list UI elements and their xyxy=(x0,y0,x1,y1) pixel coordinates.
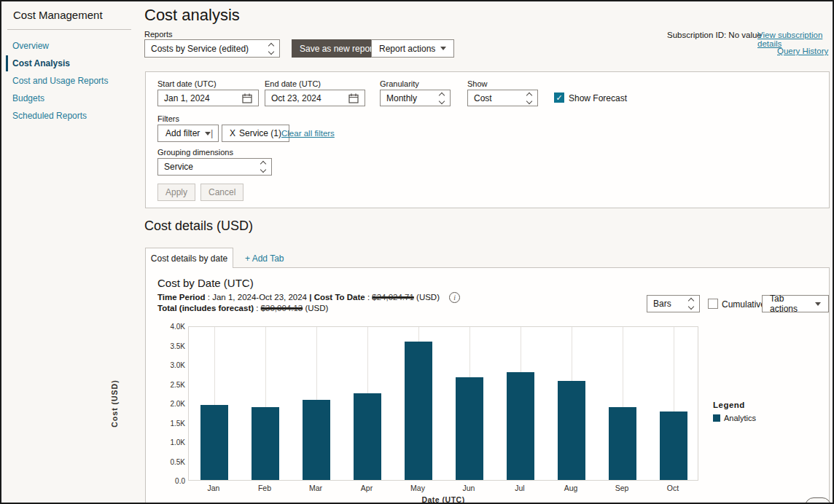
calendar-icon[interactable] xyxy=(348,93,359,103)
filters-panel: Start date (UTC) Jan 1, 2024 End date (U… xyxy=(145,71,830,208)
legend-title: Legend xyxy=(713,401,745,409)
time-period-label: Time Period xyxy=(157,293,206,302)
service-filter-chip[interactable]: X Service (1) xyxy=(222,125,289,142)
scroll-button[interactable] xyxy=(805,497,831,504)
y-tick-label: 2.0K xyxy=(170,400,185,408)
show-select[interactable]: Cost xyxy=(467,90,538,106)
x-tick-label: Aug xyxy=(545,484,596,492)
select-stepper-icon xyxy=(269,42,273,55)
sidebar-title: Cost Management xyxy=(13,9,103,21)
x-tick-label: Feb xyxy=(239,484,290,492)
check-icon: ✓ xyxy=(556,94,562,102)
chart-title: Cost by Date (UTC) xyxy=(157,277,254,289)
select-stepper-icon xyxy=(527,92,531,105)
end-date-input[interactable]: Oct 23, 2024 xyxy=(265,90,365,106)
y-axis-ticks: 4.0K3.5K3.0K2.5K2.0K1.5K1.0K0.5K0.0 xyxy=(160,326,185,481)
bar-mar[interactable] xyxy=(303,400,330,480)
apply-button[interactable]: Apply xyxy=(157,184,195,201)
total-forecast-label: Total (includes forecast) xyxy=(157,304,254,312)
y-tick-label: 1.0K xyxy=(170,438,185,446)
sidebar-divider xyxy=(7,29,131,30)
chart-meta-line1: Time Period : Jan 1, 2024-Oct 23, 2024 |… xyxy=(157,292,460,303)
y-tick-label: 0.5K xyxy=(170,458,185,466)
select-stepper-icon xyxy=(440,92,444,105)
cancel-button[interactable]: Cancel xyxy=(200,184,243,201)
filter-divider: | xyxy=(211,127,213,138)
start-date-label: Start date (UTC) xyxy=(157,79,217,88)
cumulative-checkbox[interactable] xyxy=(708,299,718,309)
y-tick-label: 1.5K xyxy=(170,420,185,428)
y-tick-label: 3.5K xyxy=(170,342,185,350)
sidebar-item-cost-analysis[interactable]: Cost Analysis xyxy=(6,55,70,71)
granularity-select[interactable]: Monthly xyxy=(380,90,451,106)
bar-jan[interactable] xyxy=(200,405,228,480)
y-tick-label: 4.0K xyxy=(170,323,185,331)
x-tick-label: Jan xyxy=(188,484,239,492)
select-stepper-icon xyxy=(261,160,265,173)
y-tick-label: 0.0 xyxy=(175,477,185,485)
select-stepper-icon xyxy=(689,297,693,310)
query-history-link[interactable]: Query History xyxy=(777,47,828,55)
cost-details-heading: Cost details (USD) xyxy=(144,218,253,234)
save-as-new-report-button[interactable]: Save as new report xyxy=(292,39,383,58)
chart-card: Cost by Date (UTC) Time Period : Jan 1, … xyxy=(145,268,830,504)
filters-label: Filters xyxy=(157,114,179,123)
x-tick-label: Mar xyxy=(290,484,341,492)
tab-cost-details-by-date[interactable]: Cost details by date xyxy=(145,248,233,268)
add-tab-link[interactable]: + Add Tab xyxy=(245,253,284,264)
show-label: Show xyxy=(467,79,488,88)
start-date-input[interactable]: Jan 1, 2024 xyxy=(157,90,259,106)
show-forecast-checkbox[interactable]: ✓ xyxy=(554,92,564,103)
x-tick-label: May xyxy=(392,484,443,492)
sidebar-item-budgets[interactable]: Budgets xyxy=(6,90,44,106)
grouping-dimensions-select[interactable]: Service xyxy=(157,158,272,176)
clear-all-filters-link[interactable]: Clear all filters xyxy=(281,129,335,138)
reports-label: Reports xyxy=(144,30,173,39)
bar-apr[interactable] xyxy=(354,393,381,480)
chevron-down-icon xyxy=(815,302,821,306)
cost-to-date-value: $24,024.71 xyxy=(372,293,414,302)
chart-meta-line2: Total (includes forecast) : $30,004.13 (… xyxy=(157,304,328,312)
add-filter-button[interactable]: Add filter xyxy=(157,125,219,142)
sidebar-item-overview[interactable]: Overview xyxy=(6,38,49,54)
report-actions-button[interactable]: Report actions xyxy=(371,39,454,58)
bar-may[interactable] xyxy=(405,342,432,480)
show-forecast-label: Show Forecast xyxy=(569,93,627,103)
chevron-down-icon xyxy=(440,47,446,50)
sidebar-item-scheduled-reports[interactable]: Scheduled Reports xyxy=(6,108,87,124)
x-axis-labels: JanFebMarAprMayJunJulAugSepOct xyxy=(188,484,698,494)
bar-oct[interactable] xyxy=(660,412,687,480)
chart-type-select[interactable]: Bars xyxy=(647,295,700,312)
grouping-dimensions-label: Grouping dimensions xyxy=(157,148,233,157)
total-forecast-value: $30,004.13 xyxy=(261,304,303,312)
reports-select-value: Costs by Service (edited) xyxy=(151,44,249,54)
bar-feb[interactable] xyxy=(252,407,279,480)
calendar-icon[interactable] xyxy=(242,93,252,103)
tab-actions-button[interactable]: Tab actions xyxy=(762,295,829,312)
reports-select[interactable]: Costs by Service (edited) xyxy=(144,39,280,58)
bar-aug[interactable] xyxy=(558,381,585,480)
page-title: Cost analysis xyxy=(144,6,240,25)
x-tick-label: Oct xyxy=(647,484,698,492)
sidebar-item-cost-usage-reports[interactable]: Cost and Usage Reports xyxy=(6,73,108,89)
legend-item-label: Analytics xyxy=(724,414,756,422)
y-tick-label: 3.0K xyxy=(170,361,185,369)
bar-jun[interactable] xyxy=(456,377,483,480)
cost-to-date-label: Cost To Date xyxy=(314,293,365,302)
x-tick-label: Sep xyxy=(596,484,647,492)
x-axis-title: Date (UTC) xyxy=(188,495,698,504)
y-tick-label: 2.5K xyxy=(170,381,185,389)
remove-filter-icon[interactable]: X xyxy=(230,128,235,138)
view-subscription-details-link[interactable]: View subscription details xyxy=(757,31,833,48)
bar-sep[interactable] xyxy=(609,407,636,480)
bar-jul[interactable] xyxy=(507,372,534,480)
y-axis-title: Cost (USD) xyxy=(110,379,119,427)
cost-management-window: Cost Management Overview Cost Analysis C… xyxy=(0,0,834,504)
plot-area[interactable] xyxy=(188,326,698,481)
granularity-label: Granularity xyxy=(380,79,419,88)
subscription-id-text: Subscription ID: No value xyxy=(667,31,762,39)
x-tick-label: Jun xyxy=(443,484,494,492)
x-tick-label: Jul xyxy=(494,484,545,492)
end-date-label: End date (UTC) xyxy=(265,79,321,88)
info-icon[interactable]: i xyxy=(449,292,460,303)
